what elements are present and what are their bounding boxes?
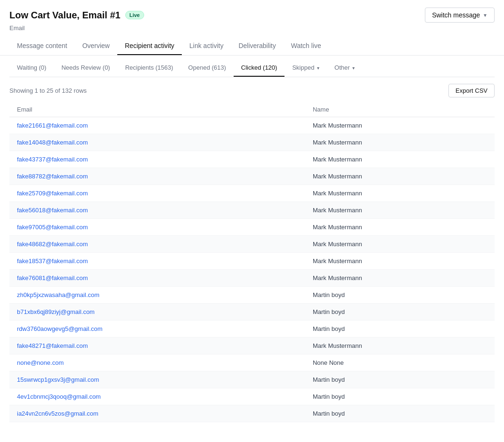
tab-link-activity[interactable]: Link activity xyxy=(182,37,231,55)
name-cell: Mark Mustermann xyxy=(305,202,495,219)
email-link[interactable]: zh0kp5jxzwasaha@gmail.com xyxy=(17,291,99,298)
filter-tabs: Waiting (0) Needs Review (0) Recipients … xyxy=(9,56,495,77)
filter-tab-recipients[interactable]: Recipients (1563) xyxy=(118,59,181,77)
tab-watch-live[interactable]: Watch live xyxy=(284,37,329,55)
switch-message-label: Switch message xyxy=(432,11,480,19)
email-cell: fake97005@fakemail.com xyxy=(9,219,305,236)
table-row: 4ev1cbnmcj3qooq@gmail.comMartin boyd xyxy=(9,388,495,405)
name-cell: Mark Mustermann xyxy=(305,117,495,134)
email-cell: fake25709@fakemail.com xyxy=(9,185,305,202)
table-row: ia24vn2cn6v5zos@gmail.comMartin boyd xyxy=(9,405,495,422)
email-cell: 4ev1cbnmcj3qooq@gmail.com xyxy=(9,388,305,405)
table-row: fake18537@fakemail.comMark Mustermann xyxy=(9,253,495,270)
email-cell: fake88782@fakemail.com xyxy=(9,168,305,185)
email-link[interactable]: fake18537@fakemail.com xyxy=(17,257,88,265)
email-link[interactable]: fake56018@fakemail.com xyxy=(17,207,88,214)
table-row: rdw3760aowgevg5@gmail.comMartin boyd xyxy=(9,321,495,338)
email-link[interactable]: 15swrwcp1gxsv3j@gmail.com xyxy=(17,376,99,383)
filter-tab-skipped[interactable]: Skipped ▾ xyxy=(285,59,327,77)
email-cell: fake48271@fakemail.com xyxy=(9,338,305,354)
filter-tab-opened[interactable]: Opened (613) xyxy=(181,59,234,77)
name-cell: None None xyxy=(305,354,495,371)
table-row: fake43737@fakemail.comMark Mustermann xyxy=(9,151,495,168)
email-link[interactable]: fake14048@fakemail.com xyxy=(17,139,88,146)
export-csv-button[interactable]: Export CSV xyxy=(448,84,495,97)
email-cell: fake43737@fakemail.com xyxy=(9,151,305,168)
email-cell: none@none.com xyxy=(9,354,305,371)
col-header-email: Email xyxy=(9,102,305,117)
email-link[interactable]: fake21661@fakemail.com xyxy=(17,122,88,129)
filter-tab-other[interactable]: Other ▾ xyxy=(327,59,362,77)
page-subtitle: Email xyxy=(9,24,495,32)
email-link[interactable]: fake97005@fakemail.com xyxy=(17,224,88,231)
skipped-dropdown-icon: ▾ xyxy=(317,65,319,71)
tab-overview[interactable]: Overview xyxy=(75,37,117,55)
table-row: fake48271@fakemail.comMark Mustermann xyxy=(9,338,495,354)
email-cell: fake14048@fakemail.com xyxy=(9,134,305,151)
name-cell: Martin boyd xyxy=(305,287,495,304)
table-row: fake76081@fakemail.comMark Mustermann xyxy=(9,270,495,287)
data-table: Email Name fake21661@fakemail.comMark Mu… xyxy=(9,102,495,422)
table-row: 15swrwcp1gxsv3j@gmail.comMartin boyd xyxy=(9,371,495,388)
email-link[interactable]: fake48271@fakemail.com xyxy=(17,342,88,349)
name-cell: Mark Mustermann xyxy=(305,253,495,270)
email-cell: b71xbx6qj89ziyj@gmail.com xyxy=(9,304,305,321)
name-cell: Martin boyd xyxy=(305,304,495,321)
name-cell: Mark Mustermann xyxy=(305,338,495,354)
table-row: fake21661@fakemail.comMark Mustermann xyxy=(9,117,495,134)
tab-deliverability[interactable]: Deliverability xyxy=(231,37,283,55)
name-cell: Martin boyd xyxy=(305,405,495,422)
tab-recipient-activity[interactable]: Recipient activity xyxy=(117,37,182,55)
table-row: zh0kp5jxzwasaha@gmail.comMartin boyd xyxy=(9,287,495,304)
name-cell: Martin boyd xyxy=(305,321,495,338)
email-cell: zh0kp5jxzwasaha@gmail.com xyxy=(9,287,305,304)
page-title: Low Cart Value, Email #1 xyxy=(9,10,121,21)
nav-tabs: Message content Overview Recipient activ… xyxy=(9,37,495,55)
live-badge: Live xyxy=(125,11,144,19)
table-row: fake88782@fakemail.comMark Mustermann xyxy=(9,168,495,185)
email-link[interactable]: fake48682@fakemail.com xyxy=(17,241,88,248)
email-link[interactable]: none@none.com xyxy=(17,359,64,366)
filter-tab-waiting[interactable]: Waiting (0) xyxy=(9,59,54,77)
name-cell: Martin boyd xyxy=(305,371,495,388)
chevron-down-icon: ▼ xyxy=(483,13,488,18)
other-dropdown-icon: ▾ xyxy=(352,65,355,71)
email-cell: fake18537@fakemail.com xyxy=(9,253,305,270)
table-row: fake14048@fakemail.comMark Mustermann xyxy=(9,134,495,151)
table-row: fake25709@fakemail.comMark Mustermann xyxy=(9,185,495,202)
email-link[interactable]: rdw3760aowgevg5@gmail.com xyxy=(17,325,103,332)
email-link[interactable]: fake88782@fakemail.com xyxy=(17,173,88,180)
table-row: b71xbx6qj89ziyj@gmail.comMartin boyd xyxy=(9,304,495,321)
email-link[interactable]: fake76081@fakemail.com xyxy=(17,274,88,281)
email-link[interactable]: fake25709@fakemail.com xyxy=(17,190,88,197)
email-cell: ia24vn2cn6v5zos@gmail.com xyxy=(9,405,305,422)
name-cell: Mark Mustermann xyxy=(305,236,495,253)
name-cell: Mark Mustermann xyxy=(305,185,495,202)
switch-message-button[interactable]: Switch message ▼ xyxy=(425,8,495,23)
table-row: fake97005@fakemail.comMark Mustermann xyxy=(9,219,495,236)
name-cell: Mark Mustermann xyxy=(305,168,495,185)
email-cell: fake76081@fakemail.com xyxy=(9,270,305,287)
email-cell: 15swrwcp1gxsv3j@gmail.com xyxy=(9,371,305,388)
table-row: fake48682@fakemail.comMark Mustermann xyxy=(9,236,495,253)
name-cell: Mark Mustermann xyxy=(305,270,495,287)
name-cell: Mark Mustermann xyxy=(305,219,495,236)
email-cell: fake56018@fakemail.com xyxy=(9,202,305,219)
name-cell: Martin boyd xyxy=(305,388,495,405)
email-link[interactable]: 4ev1cbnmcj3qooq@gmail.com xyxy=(17,393,101,400)
filter-tab-needs-review[interactable]: Needs Review (0) xyxy=(54,59,117,77)
table-row: none@none.comNone None xyxy=(9,354,495,371)
email-cell: fake21661@fakemail.com xyxy=(9,117,305,134)
showing-text: Showing 1 to 25 of 132 rows xyxy=(9,87,87,94)
email-cell: fake48682@fakemail.com xyxy=(9,236,305,253)
col-header-name: Name xyxy=(305,102,495,117)
email-link[interactable]: fake43737@fakemail.com xyxy=(17,156,88,163)
tab-message-content[interactable]: Message content xyxy=(9,37,75,55)
name-cell: Mark Mustermann xyxy=(305,134,495,151)
table-controls: Showing 1 to 25 of 132 rows Export CSV xyxy=(9,77,495,102)
email-link[interactable]: b71xbx6qj89ziyj@gmail.com xyxy=(17,308,95,315)
email-link[interactable]: ia24vn2cn6v5zos@gmail.com xyxy=(17,410,98,417)
name-cell: Mark Mustermann xyxy=(305,151,495,168)
table-row: fake56018@fakemail.comMark Mustermann xyxy=(9,202,495,219)
filter-tab-clicked[interactable]: Clicked (120) xyxy=(234,59,285,77)
